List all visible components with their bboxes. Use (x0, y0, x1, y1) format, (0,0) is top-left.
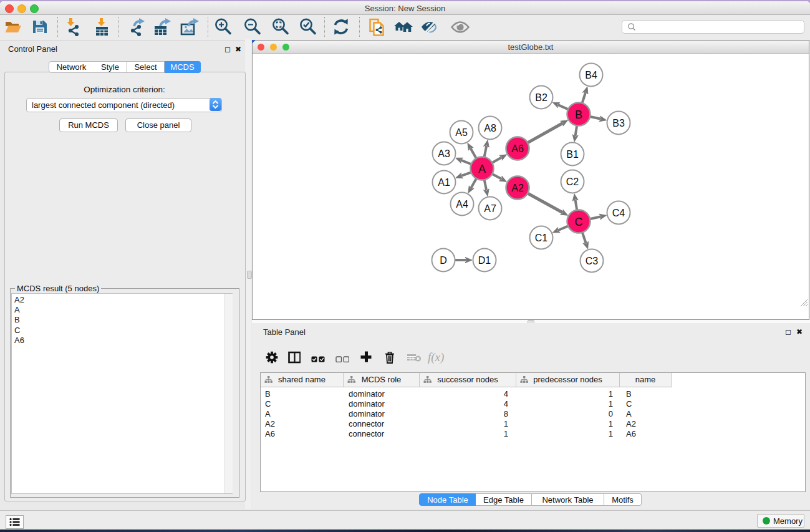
svg-text:B4: B4 (585, 70, 597, 80)
svg-text:C4: C4 (612, 208, 625, 218)
svg-text:A8: A8 (484, 123, 496, 133)
svg-text:A1: A1 (438, 177, 450, 188)
svg-text:A4: A4 (456, 199, 468, 210)
svg-text:B3: B3 (612, 118, 625, 128)
svg-text:D1: D1 (478, 255, 491, 266)
svg-text:A3: A3 (438, 148, 450, 159)
svg-text:C3: C3 (586, 256, 599, 266)
svg-text:D: D (440, 255, 447, 266)
svg-text:C1: C1 (535, 233, 548, 243)
svg-text:A6: A6 (511, 143, 524, 154)
svg-text:B: B (575, 109, 582, 121)
svg-text:C: C (575, 216, 583, 228)
svg-text:B1: B1 (566, 149, 579, 160)
svg-text:A: A (478, 163, 486, 175)
svg-text:A7: A7 (484, 203, 496, 214)
svg-text:A5: A5 (455, 127, 468, 138)
svg-text:C2: C2 (566, 177, 579, 187)
svg-text:A2: A2 (511, 183, 524, 193)
svg-text:B2: B2 (535, 92, 547, 103)
